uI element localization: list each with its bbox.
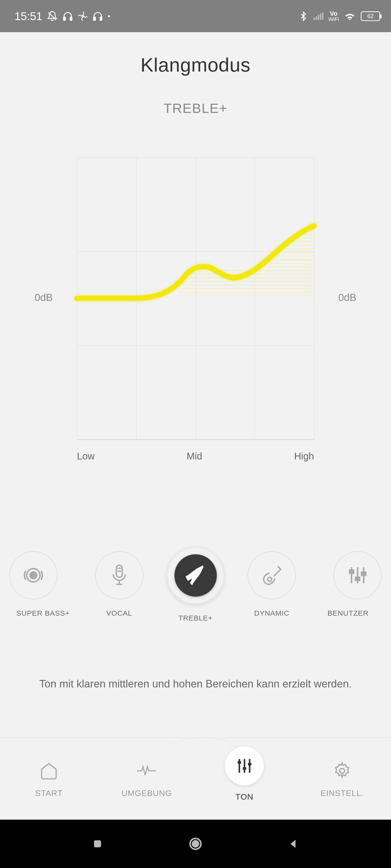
mode-label: TREBLE+ [178,614,213,622]
dot-icon: • [108,12,110,20]
svg-point-26 [30,572,37,579]
mode-super-bass[interactable]: SUPER BASS+ [5,551,81,617]
x-tick-labels: Low Mid High [77,451,314,462]
tick-high: High [294,451,314,462]
vowifi-icon: Vo WiFi [328,10,339,22]
battery-icon: 62 [361,11,380,21]
mode-label: DYNAMIC [254,609,289,617]
svg-rect-1 [64,17,65,20]
svg-rect-37 [350,570,354,574]
notification-mute-icon [47,11,58,22]
mode-description: Ton mit klaren mittleren und hohen Berei… [15,678,376,690]
tab-start[interactable]: START [0,738,98,820]
guitar-icon [260,563,284,587]
svg-rect-2 [70,17,72,20]
home-icon [38,760,60,782]
svg-point-46 [340,768,344,773]
tick-mid: Mid [187,451,202,462]
status-time: 15:51 [15,10,43,23]
svg-point-33 [268,577,272,581]
mode-dynamic[interactable]: DYNAMIC [234,551,310,617]
axis-label-left: 0dB [35,292,53,303]
tab-label: TON [235,792,253,802]
signal-icon [313,12,324,20]
eq-chart: 0dB 0dB Low Mid High [39,157,352,462]
tab-einstell[interactable]: EINSTELL. [293,738,391,820]
bottom-tab-bar: START UMGEBUNG TON EINSTELL. [0,738,391,820]
status-bar: 15:51 • Vo WiFi 62 [0,0,391,32]
headphones-icon-2 [92,11,103,22]
fan-icon [78,11,88,21]
microphone-icon [107,563,131,587]
page-title: Klangmodus [141,54,251,76]
mode-vocal[interactable]: VOCAL [81,551,157,617]
svg-rect-4 [94,17,95,20]
tab-label: UMGEBUNG [121,788,172,798]
tab-label: EINSTELL. [320,788,364,798]
nav-back-button[interactable] [284,834,303,854]
svg-rect-47 [94,840,101,847]
mode-treble[interactable]: TREBLE+ [157,551,233,622]
svg-rect-5 [100,17,102,20]
equalizer-icon [225,747,264,785]
wifi-icon [344,10,356,22]
bluetooth-icon [298,11,308,21]
nav-recents-button[interactable] [88,834,107,854]
tick-low: Low [77,451,94,462]
current-mode-name: TREBLE+ [164,100,228,116]
nav-home-button[interactable] [186,834,205,854]
axis-label-right: 0dB [338,292,356,303]
svg-rect-39 [362,572,366,576]
android-nav-bar [0,820,391,868]
headphones-icon [62,11,73,22]
svg-rect-38 [356,577,360,580]
mode-label: VOCAL [106,609,132,617]
wave-icon [136,760,158,782]
mode-label: SUPER BASS+ [16,609,69,617]
trumpet-icon [182,562,209,589]
tab-label: START [35,788,62,798]
mode-user[interactable]: BENUTZER [310,551,386,617]
tab-ton[interactable]: TON [196,738,293,820]
svg-point-49 [192,841,198,847]
tab-umgebung[interactable]: UMGEBUNG [98,738,196,820]
sliders-icon [345,563,370,587]
modes-row: SUPER BASS+ VOCAL TREBLE+ DYNAMIC [0,551,391,622]
speaker-icon [20,562,47,589]
gear-icon [331,760,353,782]
mode-label: BENUTZER [328,609,369,617]
